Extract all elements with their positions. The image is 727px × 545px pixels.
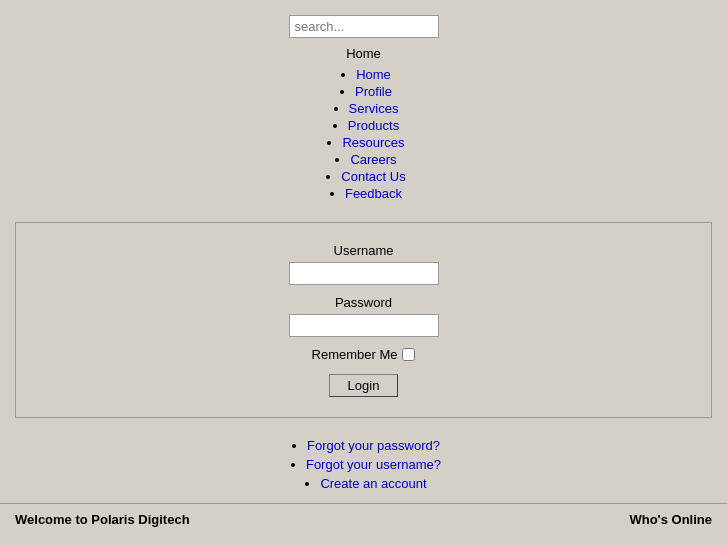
login-button[interactable]: Login bbox=[329, 374, 399, 397]
top-section: Home HomeProfileServicesProductsResource… bbox=[0, 0, 727, 212]
home-label: Home bbox=[346, 46, 381, 61]
search-input[interactable] bbox=[289, 15, 439, 38]
footer-bar: Welcome to Polaris Digitech Who's Online bbox=[0, 503, 727, 535]
bottom-link-forgot-your-username?[interactable]: Forgot your username? bbox=[306, 457, 441, 472]
nav-link-contact-us[interactable]: Contact Us bbox=[341, 169, 405, 184]
nav-link-home[interactable]: Home bbox=[356, 67, 391, 82]
username-label: Username bbox=[334, 243, 394, 258]
remember-me-label: Remember Me bbox=[312, 347, 398, 362]
remember-me-group: Remember Me bbox=[312, 347, 416, 362]
login-box: Username Password Remember Me Login bbox=[15, 222, 712, 418]
footer-left: Welcome to Polaris Digitech bbox=[15, 512, 190, 527]
nav-link-profile[interactable]: Profile bbox=[355, 84, 392, 99]
nav-link-resources[interactable]: Resources bbox=[342, 135, 404, 150]
password-label: Password bbox=[335, 295, 392, 310]
remember-me-checkbox[interactable] bbox=[402, 348, 415, 361]
password-group: Password bbox=[289, 295, 439, 337]
nav-link-products[interactable]: Products bbox=[348, 118, 399, 133]
username-input[interactable] bbox=[289, 262, 439, 285]
username-group: Username bbox=[289, 243, 439, 285]
bottom-link-forgot-your-password?[interactable]: Forgot your password? bbox=[307, 438, 440, 453]
nav-link-feedback[interactable]: Feedback bbox=[345, 186, 402, 201]
bottom-links-section: Forgot your password?Forgot your usernam… bbox=[0, 428, 727, 498]
nav-link-services[interactable]: Services bbox=[349, 101, 399, 116]
nav-link-careers[interactable]: Careers bbox=[350, 152, 396, 167]
nav-list: HomeProfileServicesProductsResourcesCare… bbox=[0, 66, 727, 202]
footer-right: Who's Online bbox=[629, 512, 712, 527]
password-input[interactable] bbox=[289, 314, 439, 337]
bottom-link-create-an-account[interactable]: Create an account bbox=[320, 476, 426, 491]
bottom-links-list: Forgot your password?Forgot your usernam… bbox=[286, 436, 441, 493]
